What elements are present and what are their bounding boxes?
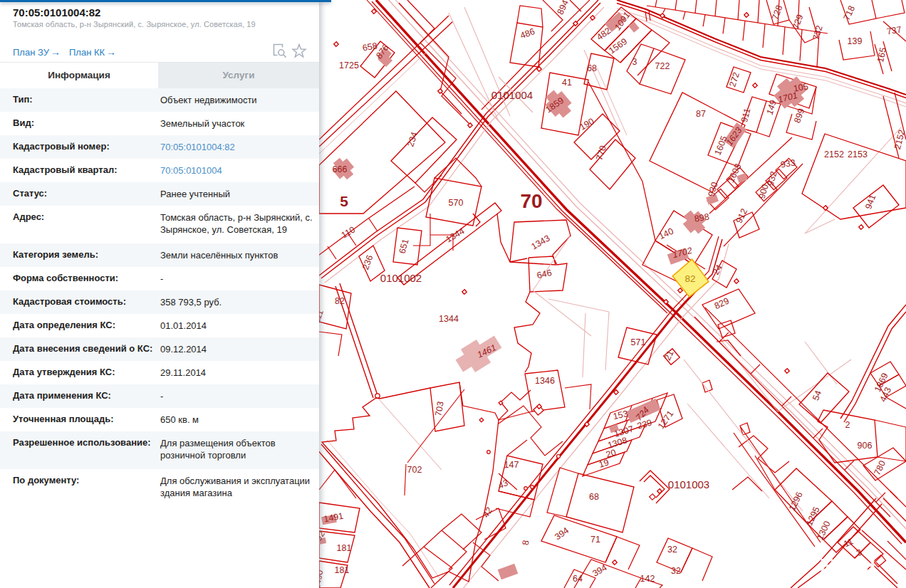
svg-text:906: 906: [858, 441, 873, 451]
svg-text:2152: 2152: [824, 149, 844, 159]
svg-text:181: 181: [335, 565, 350, 575]
svg-text:147: 147: [504, 460, 519, 470]
svg-text:32: 32: [667, 545, 677, 555]
svg-text:32: 32: [671, 566, 681, 576]
svg-text:82: 82: [335, 296, 345, 306]
svg-text:1725: 1725: [339, 61, 359, 70]
svg-text:571: 571: [631, 337, 646, 347]
svg-text:722: 722: [655, 61, 670, 71]
svg-text:181: 181: [337, 543, 352, 553]
svg-text:41: 41: [562, 78, 572, 88]
svg-text:2153: 2153: [848, 149, 868, 159]
svg-text:142: 142: [640, 574, 655, 584]
svg-text:0101004: 0101004: [491, 89, 533, 101]
svg-text:82: 82: [684, 273, 695, 284]
svg-text:68: 68: [587, 63, 597, 73]
svg-text:3: 3: [632, 57, 637, 67]
svg-text:ЕГРН: ЕГРН: [820, 554, 876, 577]
svg-text:570: 570: [449, 198, 464, 208]
svg-text:71: 71: [590, 535, 600, 545]
svg-text:5: 5: [340, 193, 348, 209]
svg-text:1344: 1344: [439, 314, 459, 324]
svg-text:139: 139: [848, 36, 863, 46]
svg-text:702: 702: [407, 465, 422, 475]
svg-text:64: 64: [573, 574, 583, 584]
svg-text:666: 666: [333, 164, 348, 174]
svg-text:0101002: 0101002: [380, 272, 422, 284]
svg-text:0101003: 0101003: [668, 478, 709, 490]
svg-text:68: 68: [589, 492, 599, 502]
svg-text:87: 87: [696, 109, 706, 119]
svg-text:2: 2: [845, 420, 850, 430]
svg-text:1346: 1346: [535, 376, 555, 386]
svg-text:70: 70: [520, 190, 542, 212]
